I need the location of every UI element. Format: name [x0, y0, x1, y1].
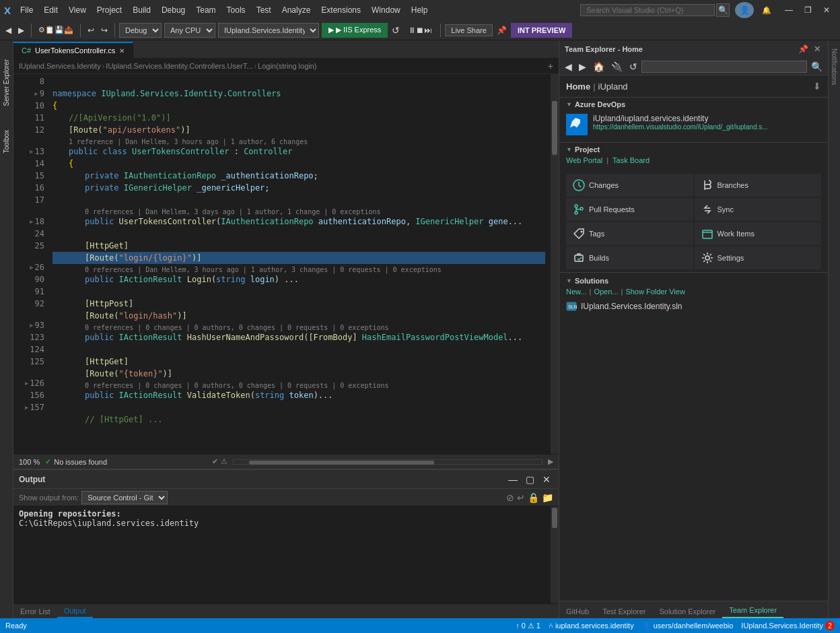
minimize-button[interactable]: — — [779, 1, 798, 20]
toolbar-icons-group[interactable]: ⚙📋💾📤 — [36, 24, 76, 36]
work-items-button[interactable]: Work Items — [695, 222, 822, 245]
output-minimize-icon[interactable]: — — [505, 474, 520, 485]
sync-button[interactable]: Sync — [695, 198, 822, 221]
settings-button[interactable]: Settings — [695, 246, 822, 269]
output-source-dropdown[interactable]: Source Control - Git — [81, 491, 168, 504]
project-section-header[interactable]: ▼ Project — [566, 145, 821, 154]
undo-button[interactable]: ↩ — [85, 24, 97, 36]
redo-button[interactable]: ↪ — [98, 24, 110, 36]
solutions-new-link[interactable]: New... — [566, 288, 587, 296]
scrollbar-thumb-v[interactable] — [552, 101, 557, 155]
home-icon[interactable]: 🏠 — [590, 60, 607, 73]
solutions-folder-link[interactable]: Show Folder View — [625, 288, 685, 296]
refresh-button[interactable]: ↺ — [389, 24, 403, 37]
server-explorer-label[interactable]: Server Explorer — [1, 54, 11, 111]
lock-scroll-icon[interactable]: 🔒 — [528, 492, 539, 503]
pull-requests-button[interactable]: Pull Requests — [566, 198, 693, 221]
menu-help[interactable]: Help — [406, 3, 433, 18]
menu-tools[interactable]: Tools — [221, 3, 251, 18]
connect-icon[interactable]: 🔌 — [608, 60, 625, 73]
menu-extensions[interactable]: Extensions — [316, 3, 366, 18]
tab-output[interactable]: Output — [57, 605, 93, 618]
refresh-panel-icon[interactable]: ↺ — [627, 60, 640, 73]
forward-nav-icon[interactable]: ▶ — [576, 60, 589, 73]
solutions-section-header[interactable]: ▼ Solutions — [566, 277, 821, 285]
menu-window[interactable]: Window — [366, 3, 406, 18]
branches-button[interactable]: Branches — [695, 174, 822, 197]
int-preview-button[interactable]: INT PREVIEW — [511, 23, 573, 38]
panel-tab-github[interactable]: GitHub — [559, 605, 596, 618]
web-portal-link[interactable]: Web Portal — [566, 156, 602, 164]
config-dropdown[interactable]: Debug — [119, 23, 162, 38]
live-share-button[interactable]: Live Share — [445, 24, 493, 36]
panel-tab-solution-explorer[interactable]: Solution Explorer — [652, 605, 722, 618]
menu-file[interactable]: File — [15, 3, 38, 18]
tab-error-list[interactable]: Error List — [13, 605, 57, 618]
menu-build[interactable]: Build — [127, 3, 156, 18]
user-status[interactable]: 👤 users/danhellem/weebio — [642, 622, 734, 630]
tab-close-icon[interactable]: ✕ — [119, 47, 125, 55]
code-content[interactable]: namespace IUpland.Services.Identity.Cont… — [47, 74, 551, 454]
changes-button[interactable]: Changes — [566, 174, 693, 197]
output-scrollbar-v[interactable] — [551, 506, 559, 603]
breadcrumb-project[interactable]: IUpland.Services.Identity — [19, 62, 101, 70]
breadcrumb-class[interactable]: IUpland.Services.Identity.Controllers.Us… — [106, 62, 252, 70]
debug-controls[interactable]: ⏸⏹⏭ — [404, 24, 436, 36]
status-ok-icon: ✓ — [45, 457, 51, 466]
output-scrollbar-thumb[interactable] — [552, 508, 557, 528]
panel-search-icon[interactable]: 🔍 — [808, 60, 825, 73]
panel-close-icon[interactable]: ✕ — [812, 44, 823, 54]
scroll-right-btn[interactable]: ▶ — [548, 457, 553, 466]
menu-analyze[interactable]: Analyze — [277, 3, 316, 18]
add-breadcrumb-icon[interactable]: + — [548, 61, 553, 71]
avatar[interactable]: 👤 — [735, 2, 754, 18]
branch-status[interactable]: ⑃ iupland.services.identity — [549, 622, 634, 630]
output-content[interactable]: Opening repositories: C:\GitRepos\iuplan… — [13, 506, 551, 603]
search-button[interactable]: 🔍 — [716, 3, 730, 17]
panel-tab-team-explorer[interactable]: Team Explorer — [722, 603, 783, 618]
output-maximize-icon[interactable]: ▢ — [523, 474, 537, 485]
nav-back-button[interactable]: ◀ — [3, 24, 14, 36]
clear-output-icon[interactable]: ⊘ — [506, 492, 514, 503]
target-dropdown[interactable]: IUpland.Services.Identity — [218, 23, 319, 38]
errors-status[interactable]: ↑ 0 ⚠ 1 — [516, 622, 540, 630]
menu-test[interactable]: Test — [251, 3, 277, 18]
tags-button[interactable]: Tags — [566, 222, 693, 245]
run-button[interactable]: ▶ ▶ IIS Express — [322, 23, 388, 38]
code-scrollbar-h[interactable] — [233, 459, 542, 465]
tab-usertokens[interactable]: C# UserTokensController.cs ✕ — [13, 42, 133, 58]
code-scrollbar-v[interactable] — [551, 74, 559, 454]
zoom-level[interactable]: 100 % — [19, 458, 40, 466]
back-nav-icon[interactable]: ◀ — [562, 60, 575, 73]
search-input[interactable] — [580, 4, 715, 16]
panel-pin-icon[interactable]: 📌 — [796, 44, 810, 54]
builds-button[interactable]: Builds — [566, 246, 693, 269]
menu-team[interactable]: Team — [190, 3, 221, 18]
solutions-open-link[interactable]: Open... — [594, 288, 618, 296]
menu-view[interactable]: View — [63, 3, 92, 18]
azure-repo-link[interactable]: https://danhellem.visualstudio.com/iUpla… — [593, 123, 781, 131]
output-close-icon[interactable]: ✕ — [540, 474, 553, 485]
scrollbar-thumb-h[interactable] — [249, 461, 434, 465]
solution-item[interactable]: SLN IUpland.Services.Identity.sln — [566, 300, 821, 313]
platform-dropdown[interactable]: Any CPU — [164, 23, 215, 38]
close-button[interactable]: ✕ — [817, 1, 836, 20]
toolbox-label[interactable]: Toolbox — [1, 125, 11, 158]
menu-project[interactable]: Project — [92, 3, 127, 18]
azure-section-header[interactable]: ▼ Azure DevOps — [566, 100, 821, 108]
restore-button[interactable]: ❐ — [798, 1, 817, 20]
notifications-button[interactable]: 🔔 — [757, 3, 777, 18]
panel-tab-test-explorer[interactable]: Test Explorer — [596, 605, 652, 618]
project-status[interactable]: IUpland.Services.Identity 2 — [741, 621, 835, 630]
menu-debug[interactable]: Debug — [156, 3, 190, 18]
notifications-label[interactable]: Notifications — [831, 48, 838, 85]
word-wrap-icon[interactable]: ↵ — [517, 492, 525, 503]
panel-options-icon[interactable]: ⬇ — [813, 81, 821, 92]
panel-search-input[interactable] — [641, 61, 807, 73]
pin-button[interactable]: 📌 — [494, 24, 510, 36]
open-folder-icon[interactable]: 📁 — [542, 492, 553, 503]
menu-edit[interactable]: Edit — [38, 3, 63, 18]
breadcrumb-method[interactable]: Login(string login) — [258, 62, 316, 70]
task-board-link[interactable]: Task Board — [612, 156, 650, 164]
nav-forward-button[interactable]: ▶ — [15, 24, 27, 36]
